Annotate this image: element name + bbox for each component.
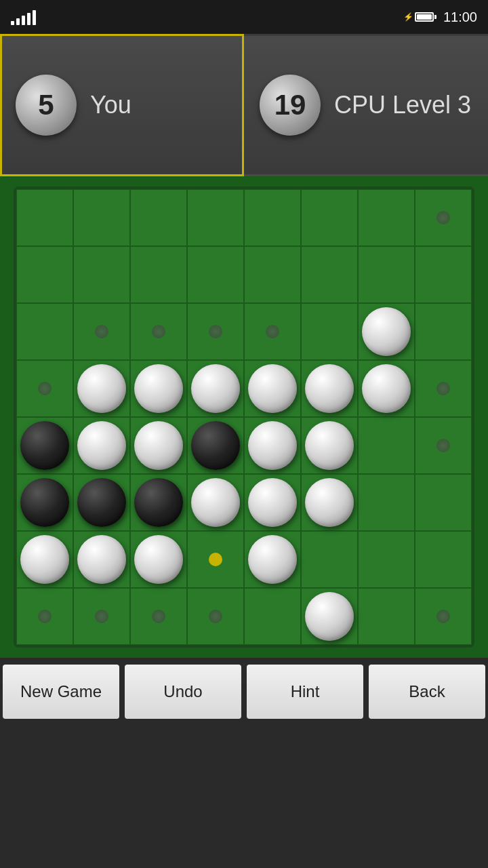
white-disc	[362, 364, 411, 413]
game-board[interactable]	[14, 186, 474, 648]
cell-52[interactable]	[244, 531, 301, 588]
cell-38[interactable]	[358, 417, 415, 474]
cell-31[interactable]	[415, 360, 472, 417]
cell-18[interactable]	[130, 303, 187, 360]
cell-59[interactable]	[187, 588, 244, 645]
cell-37[interactable]	[301, 417, 358, 474]
player-score: 5	[16, 75, 77, 136]
cell-17[interactable]	[73, 303, 130, 360]
black-disc	[77, 478, 126, 527]
cell-20[interactable]	[244, 303, 301, 360]
cell-43[interactable]	[187, 474, 244, 531]
cell-57[interactable]	[73, 588, 130, 645]
cell-12[interactable]	[244, 246, 301, 303]
hint-dot	[436, 439, 450, 452]
hint-dot	[436, 211, 450, 224]
cell-39[interactable]	[415, 417, 472, 474]
battery-icon: ⚡	[403, 12, 436, 22]
cell-25[interactable]	[73, 360, 130, 417]
score-area: 5 You 19 CPU Level 3	[0, 34, 488, 176]
cell-63[interactable]	[415, 588, 472, 645]
cell-28[interactable]	[244, 360, 301, 417]
new-game-button[interactable]: New Game	[3, 665, 119, 719]
cell-29[interactable]	[301, 360, 358, 417]
cell-14[interactable]	[358, 246, 415, 303]
cell-60[interactable]	[244, 588, 301, 645]
cell-62[interactable]	[358, 588, 415, 645]
cell-6[interactable]	[358, 189, 415, 246]
cell-1[interactable]	[73, 189, 130, 246]
cell-32[interactable]	[16, 417, 73, 474]
hint-dot	[95, 610, 108, 623]
cell-23[interactable]	[415, 303, 472, 360]
black-disc	[134, 478, 183, 527]
white-disc	[305, 592, 354, 641]
cell-49[interactable]	[73, 531, 130, 588]
status-bar: ⚡ 11:00	[0, 0, 488, 34]
black-disc	[191, 421, 240, 470]
cell-35[interactable]	[187, 417, 244, 474]
hint-dot	[38, 610, 52, 623]
cell-40[interactable]	[16, 474, 73, 531]
cell-44[interactable]	[244, 474, 301, 531]
cell-45[interactable]	[301, 474, 358, 531]
cell-56[interactable]	[16, 588, 73, 645]
cell-61[interactable]	[301, 588, 358, 645]
cell-34[interactable]	[130, 417, 187, 474]
button-area: New Game Undo Hint Back	[0, 658, 488, 726]
cell-42[interactable]	[130, 474, 187, 531]
back-button[interactable]: Back	[369, 665, 485, 719]
cpu-score: 19	[260, 75, 321, 136]
cell-27[interactable]	[187, 360, 244, 417]
cell-8[interactable]	[16, 246, 73, 303]
white-disc	[305, 478, 354, 527]
cell-21[interactable]	[301, 303, 358, 360]
cell-47[interactable]	[415, 474, 472, 531]
cell-48[interactable]	[16, 531, 73, 588]
cell-13[interactable]	[301, 246, 358, 303]
cell-46[interactable]	[358, 474, 415, 531]
cell-2[interactable]	[130, 189, 187, 246]
cell-0[interactable]	[16, 189, 73, 246]
white-disc	[248, 421, 297, 470]
hint-button[interactable]: Hint	[247, 665, 363, 719]
cell-30[interactable]	[358, 360, 415, 417]
board-container	[0, 176, 488, 658]
cell-15[interactable]	[415, 246, 472, 303]
cell-26[interactable]	[130, 360, 187, 417]
undo-button[interactable]: Undo	[125, 665, 241, 719]
cell-9[interactable]	[73, 246, 130, 303]
cell-24[interactable]	[16, 360, 73, 417]
white-disc	[134, 421, 183, 470]
cell-16[interactable]	[16, 303, 73, 360]
white-disc	[191, 478, 240, 527]
cell-10[interactable]	[130, 246, 187, 303]
white-disc	[248, 535, 297, 584]
cell-55[interactable]	[415, 531, 472, 588]
cell-3[interactable]	[187, 189, 244, 246]
hint-dot	[95, 325, 108, 338]
cell-7[interactable]	[415, 189, 472, 246]
white-disc	[191, 364, 240, 413]
cell-58[interactable]	[130, 588, 187, 645]
black-disc	[20, 478, 69, 527]
cell-51[interactable]	[187, 531, 244, 588]
cell-50[interactable]	[130, 531, 187, 588]
cell-53[interactable]	[301, 531, 358, 588]
white-disc	[305, 364, 354, 413]
hint-dot	[436, 610, 450, 623]
cell-36[interactable]	[244, 417, 301, 474]
cell-11[interactable]	[187, 246, 244, 303]
cell-22[interactable]	[358, 303, 415, 360]
cell-4[interactable]	[244, 189, 301, 246]
cell-5[interactable]	[301, 189, 358, 246]
white-disc	[77, 535, 126, 584]
cpu-label: CPU Level 3	[334, 91, 471, 119]
hint-dot	[209, 325, 222, 338]
cell-33[interactable]	[73, 417, 130, 474]
hint-dot	[436, 382, 450, 395]
cell-41[interactable]	[73, 474, 130, 531]
cell-54[interactable]	[358, 531, 415, 588]
white-disc	[248, 364, 297, 413]
cell-19[interactable]	[187, 303, 244, 360]
